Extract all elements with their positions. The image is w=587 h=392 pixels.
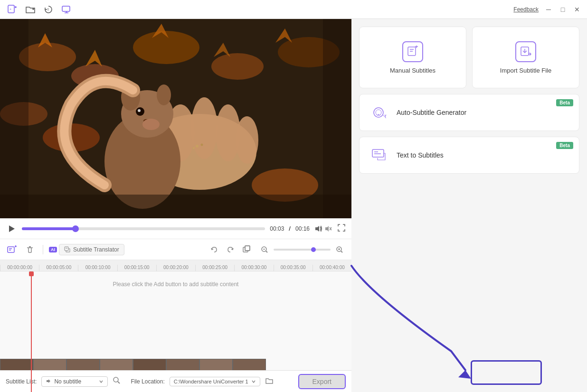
svg-line-69 — [118, 382, 120, 383]
text-to-subtitles-label: Text to Subtitles — [397, 151, 444, 159]
screen-record-icon[interactable] — [60, 3, 73, 16]
maximize-button[interactable]: □ — [559, 5, 567, 14]
zoom-slider-thumb — [311, 247, 316, 252]
file-path-text: C:\Wondershare UniConverter 1 — [174, 379, 248, 384]
tick-4: 00:00:20:00 — [156, 265, 195, 271]
svg-point-14 — [211, 53, 264, 80]
duplicate-button[interactable] — [239, 243, 254, 257]
delete-subtitle-button[interactable] — [23, 243, 37, 257]
tick-1: 00:00:05:00 — [39, 265, 78, 271]
svg-line-63 — [266, 251, 267, 252]
text-to-subtitles-icon — [369, 145, 390, 166]
ai-badge: AI — [49, 247, 57, 252]
timeline-message: Please click the Add button to add subti… — [0, 281, 351, 288]
text-to-subtitles-card[interactable]: Text to Subtitles Beta — [359, 137, 579, 174]
tick-3: 00:00:15:00 — [117, 265, 156, 271]
import-subtitle-icon — [515, 41, 536, 62]
play-button[interactable] — [6, 223, 17, 234]
subtitle-select-text: No subtitle — [54, 378, 81, 385]
add-folder-icon[interactable] — [24, 3, 37, 16]
volume-control[interactable] — [314, 224, 332, 233]
manual-subtitles-label: Manual Subtitles — [390, 67, 436, 74]
fullscreen-button[interactable] — [337, 224, 346, 233]
svg-point-41 — [193, 147, 195, 149]
main-container: 00:03 / 00:16 — [0, 19, 587, 392]
titlebar-right: Feedback ─ □ ✕ — [513, 5, 581, 14]
svg-point-38 — [142, 119, 160, 130]
svg-line-67 — [341, 251, 342, 252]
search-button[interactable] — [113, 376, 121, 387]
auto-subtitle-label: Auto-Subtitle Generator — [397, 109, 466, 116]
undo-button[interactable] — [207, 243, 221, 257]
svg-marker-47 — [325, 226, 329, 232]
timeline-ruler: 00:00:00:00 00:00:05:00 00:00:10:00 00:0… — [0, 260, 351, 271]
import-subtitle-label: Import Subtitle File — [500, 67, 551, 74]
progress-thumb — [72, 225, 79, 232]
import-subtitle-card[interactable]: Import Subtitle File — [472, 27, 579, 88]
subtitle-translator-button[interactable]: Subtitle Translator — [59, 244, 124, 255]
minimize-button[interactable]: ─ — [544, 5, 553, 14]
svg-point-29 — [236, 116, 258, 164]
svg-rect-43 — [323, 19, 351, 218]
subtitle-select[interactable]: No subtitle — [41, 376, 108, 387]
svg-rect-82 — [372, 149, 384, 157]
svg-point-34 — [157, 84, 171, 105]
svg-rect-44 — [0, 195, 351, 218]
titlebar: + T Feedback ─ □ — [0, 0, 587, 19]
tick-2: 00:00:10:00 — [78, 265, 117, 271]
playback-bar: 00:03 / 00:16 — [0, 218, 351, 239]
tick-5: 00:00:25:00 — [195, 265, 234, 271]
auto-subtitle-beta-badge: Beta — [556, 99, 573, 106]
zoom-slider[interactable] — [274, 249, 331, 251]
video-area — [0, 19, 351, 218]
svg-rect-7 — [62, 6, 70, 11]
timeline-playhead — [31, 271, 32, 392]
feedback-link[interactable]: Feedback — [513, 6, 539, 13]
svg-rect-56 — [65, 247, 68, 251]
add-file-icon[interactable]: + — [6, 3, 19, 16]
ruler-ticks: 00:00:00:00 00:00:05:00 00:00:10:00 00:0… — [0, 260, 351, 271]
svg-rect-59 — [245, 246, 250, 251]
svg-point-68 — [114, 377, 118, 382]
tick-7: 00:00:35:00 — [274, 265, 312, 271]
tick-0: 00:00:00:00 — [0, 265, 39, 271]
total-time-display: 00:16 — [295, 225, 310, 232]
zoom-in-button[interactable] — [332, 243, 347, 257]
subtitle-toolbar: AI Subtitle Translator — [0, 239, 351, 260]
zoom-bar — [257, 243, 347, 257]
rotate-icon[interactable]: T — [42, 3, 55, 16]
folder-button[interactable] — [265, 376, 274, 387]
right-panel: Manual Subtitles Import Subtitle File — [351, 19, 587, 392]
undo-redo-group — [207, 243, 254, 257]
add-subtitle-button[interactable] — [5, 243, 19, 257]
titlebar-left: + T — [6, 3, 73, 16]
subtitle-list-label: Subtitle List: — [6, 378, 37, 385]
auto-subtitle-card[interactable]: T Auto-Subtitle Generator Beta — [359, 94, 579, 131]
text-to-subtitles-beta-badge: Beta — [556, 142, 573, 149]
svg-point-78 — [374, 108, 383, 117]
auto-subtitle-icon: T — [369, 102, 390, 123]
svg-rect-50 — [8, 247, 14, 252]
svg-point-39 — [196, 145, 199, 148]
redo-button[interactable] — [223, 243, 237, 257]
file-path-select[interactable]: C:\Wondershare UniConverter 1 — [170, 377, 260, 386]
close-button[interactable]: ✕ — [573, 5, 581, 14]
svg-point-36 — [138, 109, 141, 112]
export-button[interactable]: Export — [298, 374, 346, 389]
svg-rect-42 — [0, 19, 28, 218]
zoom-out-button[interactable] — [257, 243, 272, 257]
svg-point-27 — [191, 97, 218, 159]
time-separator: / — [289, 225, 291, 232]
manual-subtitles-icon — [402, 41, 423, 62]
svg-marker-46 — [315, 226, 319, 232]
svg-point-40 — [201, 144, 203, 146]
file-location-label: File Location: — [131, 378, 164, 385]
top-cards-row: Manual Subtitles Import Subtitle File — [359, 27, 579, 88]
svg-text:+: + — [9, 8, 11, 11]
bottom-bar: Subtitle List: No subtitle File Location… — [0, 370, 351, 392]
progress-bar[interactable] — [22, 227, 265, 230]
tick-6: 00:00:30:00 — [234, 265, 273, 271]
manual-subtitles-card[interactable]: Manual Subtitles — [359, 27, 466, 88]
progress-fill — [22, 227, 76, 230]
left-panel: 00:03 / 00:16 — [0, 19, 351, 392]
